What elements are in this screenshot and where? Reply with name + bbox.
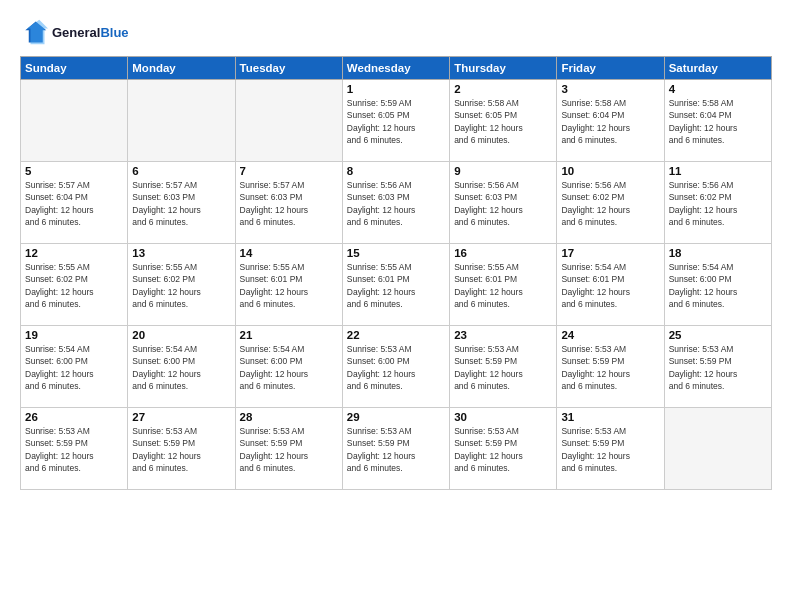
day-info: Sunrise: 5:56 AM Sunset: 6:03 PM Dayligh…: [347, 179, 445, 228]
calendar-cell: 5Sunrise: 5:57 AM Sunset: 6:04 PM Daylig…: [21, 162, 128, 244]
calendar-week-1: 1Sunrise: 5:59 AM Sunset: 6:05 PM Daylig…: [21, 80, 772, 162]
day-info: Sunrise: 5:53 AM Sunset: 5:59 PM Dayligh…: [669, 343, 767, 392]
calendar-cell: 4Sunrise: 5:58 AM Sunset: 6:04 PM Daylig…: [664, 80, 771, 162]
calendar-cell: 16Sunrise: 5:55 AM Sunset: 6:01 PM Dayli…: [450, 244, 557, 326]
calendar-week-3: 12Sunrise: 5:55 AM Sunset: 6:02 PM Dayli…: [21, 244, 772, 326]
day-info: Sunrise: 5:54 AM Sunset: 6:00 PM Dayligh…: [669, 261, 767, 310]
day-number: 31: [561, 411, 659, 423]
calendar-cell: 31Sunrise: 5:53 AM Sunset: 5:59 PM Dayli…: [557, 408, 664, 490]
day-info: Sunrise: 5:54 AM Sunset: 6:00 PM Dayligh…: [25, 343, 123, 392]
calendar-cell: 24Sunrise: 5:53 AM Sunset: 5:59 PM Dayli…: [557, 326, 664, 408]
day-number: 17: [561, 247, 659, 259]
calendar-table: SundayMondayTuesdayWednesdayThursdayFrid…: [20, 56, 772, 490]
calendar-cell: [664, 408, 771, 490]
calendar-cell: 12Sunrise: 5:55 AM Sunset: 6:02 PM Dayli…: [21, 244, 128, 326]
day-number: 23: [454, 329, 552, 341]
calendar-cell: 29Sunrise: 5:53 AM Sunset: 5:59 PM Dayli…: [342, 408, 449, 490]
day-number: 1: [347, 83, 445, 95]
weekday-header-monday: Monday: [128, 57, 235, 80]
logo-text: GeneralBlue: [52, 25, 129, 40]
calendar-week-2: 5Sunrise: 5:57 AM Sunset: 6:04 PM Daylig…: [21, 162, 772, 244]
day-number: 24: [561, 329, 659, 341]
day-number: 7: [240, 165, 338, 177]
day-number: 14: [240, 247, 338, 259]
day-number: 9: [454, 165, 552, 177]
logo-icon: [20, 18, 48, 46]
calendar-cell: 8Sunrise: 5:56 AM Sunset: 6:03 PM Daylig…: [342, 162, 449, 244]
day-info: Sunrise: 5:53 AM Sunset: 5:59 PM Dayligh…: [240, 425, 338, 474]
day-info: Sunrise: 5:53 AM Sunset: 5:59 PM Dayligh…: [454, 343, 552, 392]
weekday-header-tuesday: Tuesday: [235, 57, 342, 80]
day-info: Sunrise: 5:58 AM Sunset: 6:04 PM Dayligh…: [561, 97, 659, 146]
day-number: 28: [240, 411, 338, 423]
day-info: Sunrise: 5:55 AM Sunset: 6:02 PM Dayligh…: [25, 261, 123, 310]
day-number: 4: [669, 83, 767, 95]
calendar-cell: 13Sunrise: 5:55 AM Sunset: 6:02 PM Dayli…: [128, 244, 235, 326]
weekday-header-friday: Friday: [557, 57, 664, 80]
day-number: 26: [25, 411, 123, 423]
day-number: 11: [669, 165, 767, 177]
weekday-header-row: SundayMondayTuesdayWednesdayThursdayFrid…: [21, 57, 772, 80]
calendar-cell: 19Sunrise: 5:54 AM Sunset: 6:00 PM Dayli…: [21, 326, 128, 408]
day-info: Sunrise: 5:53 AM Sunset: 5:59 PM Dayligh…: [132, 425, 230, 474]
calendar-week-4: 19Sunrise: 5:54 AM Sunset: 6:00 PM Dayli…: [21, 326, 772, 408]
calendar-cell: 3Sunrise: 5:58 AM Sunset: 6:04 PM Daylig…: [557, 80, 664, 162]
day-info: Sunrise: 5:53 AM Sunset: 5:59 PM Dayligh…: [25, 425, 123, 474]
day-number: 30: [454, 411, 552, 423]
day-number: 3: [561, 83, 659, 95]
day-info: Sunrise: 5:57 AM Sunset: 6:03 PM Dayligh…: [240, 179, 338, 228]
calendar-cell: [21, 80, 128, 162]
weekday-header-sunday: Sunday: [21, 57, 128, 80]
calendar-cell: 25Sunrise: 5:53 AM Sunset: 5:59 PM Dayli…: [664, 326, 771, 408]
day-info: Sunrise: 5:56 AM Sunset: 6:02 PM Dayligh…: [561, 179, 659, 228]
day-info: Sunrise: 5:55 AM Sunset: 6:01 PM Dayligh…: [347, 261, 445, 310]
day-info: Sunrise: 5:55 AM Sunset: 6:02 PM Dayligh…: [132, 261, 230, 310]
day-info: Sunrise: 5:56 AM Sunset: 6:03 PM Dayligh…: [454, 179, 552, 228]
day-number: 27: [132, 411, 230, 423]
day-info: Sunrise: 5:54 AM Sunset: 6:00 PM Dayligh…: [132, 343, 230, 392]
day-info: Sunrise: 5:55 AM Sunset: 6:01 PM Dayligh…: [454, 261, 552, 310]
calendar-cell: 11Sunrise: 5:56 AM Sunset: 6:02 PM Dayli…: [664, 162, 771, 244]
calendar-cell: 1Sunrise: 5:59 AM Sunset: 6:05 PM Daylig…: [342, 80, 449, 162]
calendar-cell: 17Sunrise: 5:54 AM Sunset: 6:01 PM Dayli…: [557, 244, 664, 326]
day-info: Sunrise: 5:54 AM Sunset: 6:00 PM Dayligh…: [240, 343, 338, 392]
calendar-cell: 30Sunrise: 5:53 AM Sunset: 5:59 PM Dayli…: [450, 408, 557, 490]
calendar-cell: 23Sunrise: 5:53 AM Sunset: 5:59 PM Dayli…: [450, 326, 557, 408]
day-info: Sunrise: 5:54 AM Sunset: 6:01 PM Dayligh…: [561, 261, 659, 310]
day-number: 25: [669, 329, 767, 341]
day-number: 8: [347, 165, 445, 177]
logo: GeneralBlue: [20, 18, 129, 46]
calendar-cell: 22Sunrise: 5:53 AM Sunset: 6:00 PM Dayli…: [342, 326, 449, 408]
calendar-cell: 21Sunrise: 5:54 AM Sunset: 6:00 PM Dayli…: [235, 326, 342, 408]
day-info: Sunrise: 5:58 AM Sunset: 6:05 PM Dayligh…: [454, 97, 552, 146]
day-number: 18: [669, 247, 767, 259]
day-number: 15: [347, 247, 445, 259]
calendar-week-5: 26Sunrise: 5:53 AM Sunset: 5:59 PM Dayli…: [21, 408, 772, 490]
calendar-cell: 26Sunrise: 5:53 AM Sunset: 5:59 PM Dayli…: [21, 408, 128, 490]
day-number: 29: [347, 411, 445, 423]
day-number: 5: [25, 165, 123, 177]
calendar-cell: 7Sunrise: 5:57 AM Sunset: 6:03 PM Daylig…: [235, 162, 342, 244]
day-number: 10: [561, 165, 659, 177]
day-number: 20: [132, 329, 230, 341]
calendar-cell: 14Sunrise: 5:55 AM Sunset: 6:01 PM Dayli…: [235, 244, 342, 326]
calendar-cell: 2Sunrise: 5:58 AM Sunset: 6:05 PM Daylig…: [450, 80, 557, 162]
day-info: Sunrise: 5:53 AM Sunset: 5:59 PM Dayligh…: [561, 343, 659, 392]
day-number: 19: [25, 329, 123, 341]
calendar-cell: 27Sunrise: 5:53 AM Sunset: 5:59 PM Dayli…: [128, 408, 235, 490]
weekday-header-saturday: Saturday: [664, 57, 771, 80]
day-number: 22: [347, 329, 445, 341]
day-info: Sunrise: 5:57 AM Sunset: 6:03 PM Dayligh…: [132, 179, 230, 228]
calendar-cell: 18Sunrise: 5:54 AM Sunset: 6:00 PM Dayli…: [664, 244, 771, 326]
day-info: Sunrise: 5:57 AM Sunset: 6:04 PM Dayligh…: [25, 179, 123, 228]
calendar-cell: 6Sunrise: 5:57 AM Sunset: 6:03 PM Daylig…: [128, 162, 235, 244]
day-number: 2: [454, 83, 552, 95]
calendar-cell: 9Sunrise: 5:56 AM Sunset: 6:03 PM Daylig…: [450, 162, 557, 244]
day-info: Sunrise: 5:53 AM Sunset: 6:00 PM Dayligh…: [347, 343, 445, 392]
calendar-cell: 15Sunrise: 5:55 AM Sunset: 6:01 PM Dayli…: [342, 244, 449, 326]
day-info: Sunrise: 5:53 AM Sunset: 5:59 PM Dayligh…: [347, 425, 445, 474]
day-info: Sunrise: 5:58 AM Sunset: 6:04 PM Dayligh…: [669, 97, 767, 146]
day-info: Sunrise: 5:59 AM Sunset: 6:05 PM Dayligh…: [347, 97, 445, 146]
weekday-header-thursday: Thursday: [450, 57, 557, 80]
calendar-cell: [128, 80, 235, 162]
